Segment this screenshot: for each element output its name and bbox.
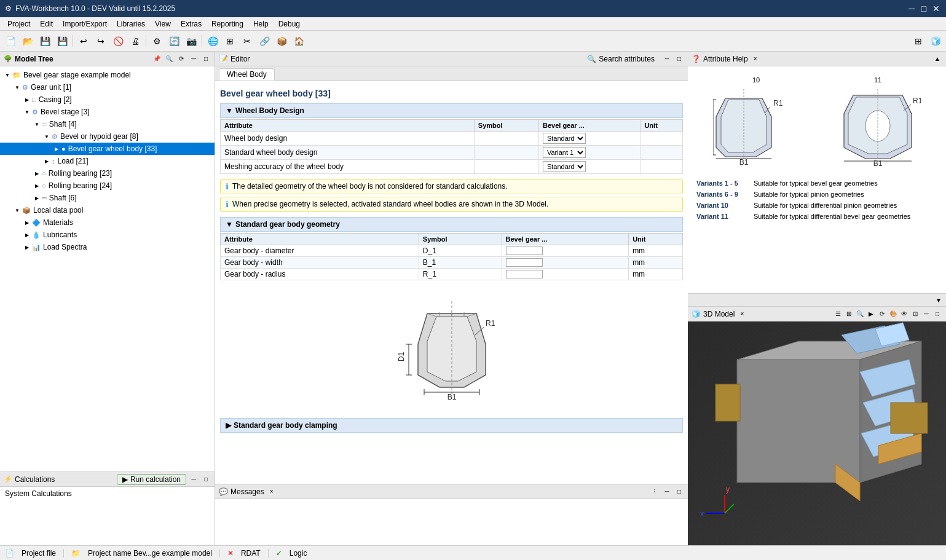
model-tree-maximize[interactable]: □ xyxy=(201,54,211,64)
tree-toggle-mat[interactable]: ▶ xyxy=(22,218,32,227)
calc-minimize[interactable]: ─ xyxy=(189,475,199,484)
tree-item-casing[interactable]: ▶ □ Casing [2] xyxy=(0,93,215,106)
tree-item-rb24[interactable]: ▶ ○ Rolling bearing [24] xyxy=(0,179,215,192)
menu-debug[interactable]: Debug xyxy=(274,18,305,30)
menu-import-export[interactable]: Import/Export xyxy=(58,18,112,30)
menu-project[interactable]: Project xyxy=(2,18,35,30)
maximize-button[interactable]: □ xyxy=(919,4,929,14)
tree-toggle-bw33[interactable]: ▶ xyxy=(52,144,61,154)
tree-toggle-ca[interactable]: ▶ xyxy=(22,95,32,105)
attr-help-scroll-down[interactable]: ▼ xyxy=(934,295,944,305)
3d-list-icon[interactable]: ☰ xyxy=(833,309,843,319)
toolbar-3dview[interactable]: 🧊 xyxy=(928,33,944,49)
tree-item-rb23[interactable]: ▶ ○ Rolling bearing [23] xyxy=(0,167,215,179)
diameter-input[interactable] xyxy=(506,246,543,255)
tab-wheel-body[interactable]: Wheel Body xyxy=(219,68,275,81)
messages-more[interactable]: ⋮ xyxy=(650,487,660,497)
toolbar-layout1[interactable]: ⊞ xyxy=(910,33,926,49)
toolbar-sync[interactable]: 🔄 xyxy=(166,33,182,49)
menu-libraries[interactable]: Libraries xyxy=(112,18,150,30)
messages-close[interactable]: × xyxy=(267,487,277,497)
tree-item-wheelBody[interactable]: ▶ ● Bevel gear wheel body [33] xyxy=(0,143,215,155)
attr-value[interactable] xyxy=(502,269,629,280)
toolbar-redo[interactable]: ↪ xyxy=(93,33,109,49)
tree-item-root[interactable]: ▼ 📁 Bevel gear stage example model xyxy=(0,69,215,81)
messages-maximize[interactable]: □ xyxy=(674,487,684,497)
toolbar-settings[interactable]: ⚙ xyxy=(149,33,165,49)
tree-toggle-sh4[interactable]: ▼ xyxy=(32,119,42,129)
menu-extras[interactable]: Extras xyxy=(176,18,207,30)
meshing-accuracy-select[interactable]: Standard xyxy=(543,161,586,172)
toolbar-new[interactable]: 📄 xyxy=(2,33,18,49)
toolbar-camera[interactable]: 📷 xyxy=(183,33,199,49)
tree-toggle-lsp[interactable]: ▶ xyxy=(22,242,32,252)
3d-grid-icon[interactable]: ⊞ xyxy=(844,309,854,319)
attr-value[interactable] xyxy=(502,245,629,257)
3d-color-icon[interactable]: 🎨 xyxy=(888,309,898,319)
tree-item-ldp[interactable]: ▼ 📦 Local data pool xyxy=(0,204,215,216)
toolbar-save-as[interactable]: 💾 xyxy=(54,33,70,49)
tree-toggle-rb24[interactable]: ▶ xyxy=(32,181,42,191)
model3d-close[interactable]: × xyxy=(737,309,747,319)
attr-value[interactable] xyxy=(502,257,629,269)
section-header-wbd[interactable]: ▼ Wheel Body Design xyxy=(220,103,683,118)
tree-item-shaft4[interactable]: ▼ ═ Shaft [4] xyxy=(0,118,215,130)
section-header-clamp[interactable]: ▶ Standard gear body clamping xyxy=(220,418,683,433)
model3d-maximize[interactable]: □ xyxy=(932,309,942,319)
toolbar-resize[interactable]: ⊞ xyxy=(222,33,238,49)
toolbar-3d[interactable]: 📦 xyxy=(274,33,290,49)
3d-frame-icon[interactable]: ⊡ xyxy=(910,309,920,319)
toolbar-undo[interactable]: ↩ xyxy=(76,33,92,49)
toolbar-home[interactable]: 🏠 xyxy=(291,33,307,49)
3d-view-icon[interactable]: 👁 xyxy=(899,309,909,319)
messages-minimize[interactable]: ─ xyxy=(662,487,672,497)
toolbar-print[interactable]: 🖨 xyxy=(127,33,143,49)
tree-toggle-ldp[interactable]: ▼ xyxy=(12,205,22,215)
tree-item-materials[interactable]: ▶ 🔷 Materials xyxy=(0,216,215,229)
tree-toggle-rb23[interactable]: ▶ xyxy=(32,168,42,178)
tree-item-gearunit[interactable]: ▼ ⚙ Gear unit [1] xyxy=(0,81,215,93)
toolbar-open[interactable]: 📂 xyxy=(20,33,36,49)
close-button[interactable]: ✕ xyxy=(931,4,941,14)
tree-item-shaft6[interactable]: ▶ ═ Shaft [6] xyxy=(0,192,215,204)
toolbar-save[interactable]: 💾 xyxy=(37,33,53,49)
attr-help-scroll-up[interactable]: ▲ xyxy=(932,54,942,64)
toolbar-link[interactable]: 🔗 xyxy=(256,33,272,49)
tree-toggle-gu[interactable]: ▼ xyxy=(12,82,22,92)
3d-play-icon[interactable]: ▶ xyxy=(866,309,876,319)
model-tree-search[interactable]: 🔍 xyxy=(164,54,174,64)
menu-help[interactable]: Help xyxy=(248,18,274,30)
tree-toggle-bh8[interactable]: ▼ xyxy=(42,132,52,141)
model-tree-refresh[interactable]: ⟳ xyxy=(176,54,186,64)
menu-reporting[interactable]: Reporting xyxy=(207,18,248,30)
std-wheel-body-select[interactable]: Variant 11 xyxy=(543,147,586,158)
tree-item-load[interactable]: ▶ ↕ Load [21] xyxy=(0,155,215,167)
3d-step-icon[interactable]: ⟳ xyxy=(877,309,887,319)
tree-toggle-lub[interactable]: ▶ xyxy=(22,230,32,240)
width-input[interactable] xyxy=(506,258,543,267)
model-tree-pin[interactable]: 📌 xyxy=(152,54,162,64)
model-tree-minimize[interactable]: ─ xyxy=(189,54,199,64)
menu-view[interactable]: View xyxy=(150,18,176,30)
attr-value[interactable]: Variant 11 xyxy=(538,146,640,160)
tree-toggle-bs[interactable]: ▼ xyxy=(22,107,32,117)
tree-toggle-lo21[interactable]: ▶ xyxy=(42,156,52,166)
wheel-body-design-select[interactable]: Standard v xyxy=(543,133,586,144)
editor-minimize[interactable]: ─ xyxy=(662,54,672,64)
tree-item-bevelgear[interactable]: ▼ ⚙ Bevel or hypoid gear [8] xyxy=(0,130,215,143)
radius-input[interactable] xyxy=(506,270,543,278)
tree-item-bevelstage[interactable]: ▼ ⚙ Bevel stage [3] xyxy=(0,106,215,118)
section-header-sbg[interactable]: ▼ Standard gear body geometry xyxy=(220,217,683,232)
toolbar-globe[interactable]: 🌐 xyxy=(205,33,221,49)
model3d-minimize[interactable]: ─ xyxy=(921,309,931,319)
editor-maximize[interactable]: □ xyxy=(674,54,684,64)
toolbar-cut[interactable]: ✂ xyxy=(239,33,255,49)
model3d-viewport[interactable]: x y xyxy=(688,321,946,545)
attr-value[interactable]: Standard v xyxy=(538,132,640,146)
attr-value[interactable]: Standard xyxy=(538,160,640,174)
calc-maximize[interactable]: □ xyxy=(201,475,211,484)
menu-edit[interactable]: Edit xyxy=(35,18,58,30)
run-calc-button[interactable]: ▶ Run calculation xyxy=(117,474,186,485)
tree-item-loadspectra[interactable]: ▶ 📊 Load Spectra xyxy=(0,241,215,253)
tree-toggle-sh6[interactable]: ▶ xyxy=(32,193,42,203)
